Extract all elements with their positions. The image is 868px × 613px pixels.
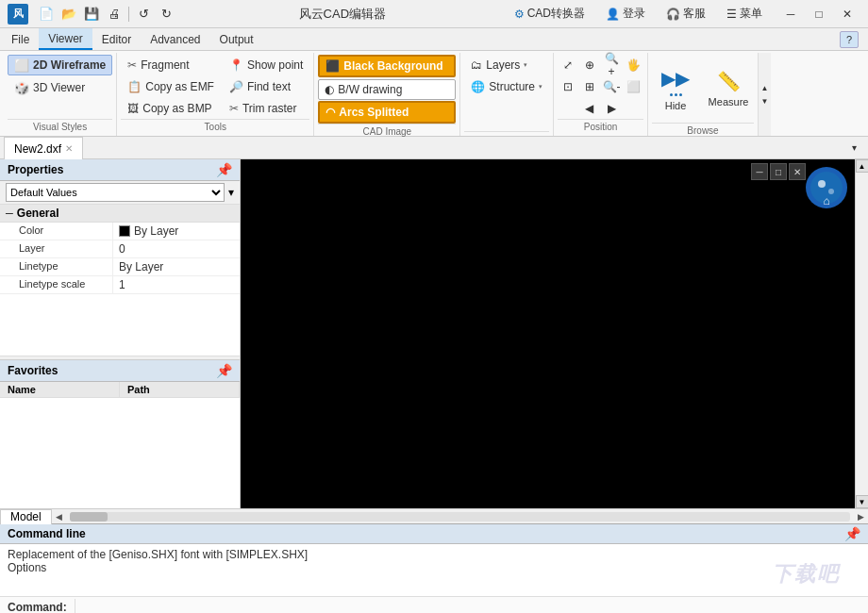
- linetype-scale-value[interactable]: 1: [113, 276, 240, 293]
- nav-left-button[interactable]: ◀: [579, 98, 600, 119]
- 2d-wireframe-button[interactable]: ⬜ 2D Wireframe: [8, 55, 112, 75]
- fragment-button[interactable]: ✂ Fragment: [121, 55, 221, 75]
- color-value[interactable]: By Layer: [113, 223, 240, 240]
- tools-group: ✂ Fragment 📋 Copy as EMF 🖼 Copy as BMP: [117, 53, 314, 136]
- show-point-button[interactable]: 📍 Show point: [223, 55, 309, 75]
- linetype-scale-row: Linetype scale 1: [0, 276, 240, 294]
- trim-raster-button[interactable]: ✂ Trim raster: [223, 98, 309, 119]
- menu-label: 菜单: [740, 6, 762, 22]
- customer-label: 客服: [683, 6, 706, 22]
- command-label: Command:: [0, 599, 75, 613]
- linetype-row: Linetype By Layer: [0, 258, 240, 276]
- layer-value[interactable]: 0: [113, 240, 240, 257]
- fit-page-button[interactable]: ⤢: [558, 55, 578, 75]
- hide-icon: ▶▶: [661, 67, 690, 90]
- menu-editor[interactable]: Editor: [92, 28, 141, 50]
- ribbon-scroll-down[interactable]: ▼: [759, 94, 772, 108]
- 3d-viewer-button[interactable]: 🎲 3D Viewer: [8, 77, 112, 98]
- hide-button[interactable]: ▶▶ Hide: [652, 55, 699, 123]
- properties-pin[interactable]: 📌: [216, 162, 232, 177]
- tab-close-button[interactable]: ✕: [65, 143, 73, 154]
- visual-styles-label: Visual Styles: [8, 119, 112, 134]
- hide-label: Hide: [665, 100, 687, 111]
- position-label: Position: [558, 119, 643, 134]
- undo-button[interactable]: ↺: [133, 4, 154, 25]
- maximize-button[interactable]: □: [806, 4, 832, 25]
- command-input[interactable]: [75, 599, 868, 613]
- login-button[interactable]: 👤 登录: [600, 4, 651, 24]
- properties-header: Properties 📌: [0, 159, 240, 181]
- select-button[interactable]: ⬜: [623, 76, 643, 97]
- redo-button[interactable]: ↻: [156, 4, 176, 25]
- command-line-title: Command line: [8, 527, 86, 540]
- open-file-button[interactable]: 📂: [58, 4, 79, 25]
- 3d-nav-ball[interactable]: ⌂: [806, 167, 847, 208]
- right-scrollbar: ▲ ▼: [855, 159, 868, 508]
- menu-button[interactable]: ☰ 菜单: [721, 4, 768, 24]
- command-input-row: Command:: [0, 596, 868, 613]
- command-pin[interactable]: 📌: [844, 526, 860, 541]
- canvas-ctrl-2[interactable]: □: [770, 163, 787, 180]
- main-content: Properties 📌 Default Values ▾ ─ General …: [0, 159, 868, 508]
- name-column-header: Name: [0, 382, 120, 397]
- nav-right-button[interactable]: ▶: [602, 98, 623, 119]
- customer-service-button[interactable]: 🎧 客服: [660, 4, 711, 24]
- bw-drawing-button[interactable]: ◐ B/W drawing: [318, 79, 456, 100]
- properties-toolbar: Default Values ▾: [0, 181, 240, 205]
- scroll-down-button[interactable]: ▼: [856, 495, 869, 508]
- layers-icon: 🗂: [471, 58, 482, 72]
- canvas-ctrl-close[interactable]: ✕: [789, 163, 806, 180]
- path-column-header: Path: [120, 382, 240, 397]
- copy-as-emf-button[interactable]: 📋 Copy as EMF: [121, 76, 221, 97]
- zoom-fit-button[interactable]: ⊡: [558, 76, 578, 97]
- structure-button[interactable]: 🌐 Structure ▾: [464, 76, 549, 97]
- menu-viewer[interactable]: Viewer: [39, 28, 92, 50]
- measure-button[interactable]: 📏 Measure: [703, 55, 754, 123]
- ribbon-scroll-up[interactable]: ▲: [759, 81, 772, 94]
- document-tab[interactable]: New2.dxf ✕: [4, 137, 83, 159]
- find-text-icon: 🔎: [229, 80, 243, 93]
- properties-expand-icon: ▾: [228, 186, 234, 199]
- cad-converter-button[interactable]: ⚙ CAD转换器: [509, 4, 591, 24]
- new-file-button[interactable]: 📄: [36, 4, 57, 25]
- properties-dropdown[interactable]: Default Values: [6, 183, 225, 202]
- command-line-header: Command line 📌: [0, 524, 868, 544]
- horizontal-scroll-bar[interactable]: [70, 512, 850, 522]
- menu-advanced[interactable]: Advanced: [141, 28, 209, 50]
- layers-button[interactable]: 🗂 Layers ▾: [464, 55, 549, 75]
- pan-button[interactable]: 🖐: [623, 55, 643, 75]
- menu-file[interactable]: File: [2, 28, 39, 50]
- canvas-controls: ─ □ ✕: [751, 163, 806, 180]
- menu-output[interactable]: Output: [210, 28, 263, 50]
- 3d-viewer-icon: 🎲: [14, 81, 29, 95]
- scroll-right-arrow[interactable]: ▶: [854, 512, 868, 522]
- zoom-ext-button[interactable]: ⊞: [579, 76, 600, 97]
- title-bar-right: ⚙ CAD转换器 👤 登录 🎧 客服 ☰ 菜单 ─ □ ✕: [509, 4, 860, 25]
- color-row: Color By Layer: [0, 223, 240, 240]
- favorites-pin[interactable]: 📌: [216, 363, 232, 378]
- find-text-button[interactable]: 🔎 Find text: [223, 76, 309, 97]
- arcs-splitted-button[interactable]: ◠ Arcs Splitted: [318, 101, 456, 124]
- copy-emf-icon: 📋: [127, 80, 142, 93]
- canvas-ctrl-1[interactable]: ─: [751, 163, 768, 180]
- black-background-button[interactable]: ⬛ Black Background: [318, 55, 456, 77]
- model-tab[interactable]: Model: [0, 509, 52, 524]
- minimize-button[interactable]: ─: [777, 4, 804, 25]
- linetype-text: By Layer: [119, 260, 163, 273]
- linetype-value[interactable]: By Layer: [113, 258, 240, 275]
- zoom-out-button[interactable]: 🔍-: [601, 76, 622, 97]
- zoom-in-button[interactable]: 🔍+: [601, 55, 622, 75]
- print-button[interactable]: 🖨: [104, 4, 125, 25]
- save-button[interactable]: 💾: [81, 4, 102, 25]
- help-button[interactable]: ?: [840, 31, 859, 48]
- 2d-wireframe-icon: ⬜: [14, 58, 29, 73]
- scroll-up-button[interactable]: ▲: [856, 159, 869, 173]
- scroll-left-arrow[interactable]: ◀: [52, 512, 66, 522]
- favorites-area[interactable]: [0, 398, 240, 492]
- copy-as-bmp-button[interactable]: 🖼 Copy as BMP: [121, 98, 221, 119]
- linetype-key: Linetype: [0, 258, 113, 275]
- fit-width-button[interactable]: ⊕: [579, 55, 600, 75]
- canvas-area[interactable]: ─ □ ✕ ⌂: [241, 159, 855, 508]
- tab-options-button[interactable]: ▾: [843, 137, 864, 157]
- close-button[interactable]: ✕: [834, 4, 860, 25]
